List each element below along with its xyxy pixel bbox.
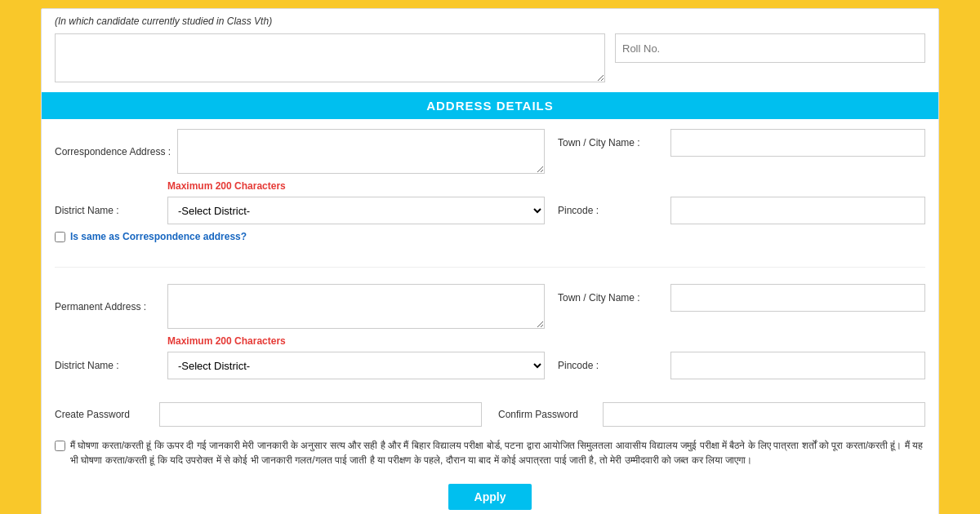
perm-pincode-input[interactable]: [670, 352, 925, 379]
class-label: (In which candidate currently studied in…: [55, 16, 925, 27]
corr-district-select[interactable]: -Select District-: [167, 197, 545, 224]
corr-address-input[interactable]: [177, 129, 545, 174]
perm-pincode-label: Pincode :: [558, 360, 664, 371]
address-details-header: ADDRESS DETAILS: [42, 92, 938, 119]
perm-max-chars: Maximum 200 Characters: [167, 335, 925, 347]
roll-input[interactable]: [615, 33, 925, 63]
confirm-password-input[interactable]: [603, 402, 925, 427]
perm-town-label: Town / City Name :: [558, 292, 664, 304]
corr-pincode-input[interactable]: [670, 197, 925, 224]
same-address-checkbox[interactable]: [55, 232, 65, 242]
perm-district-label: District Name :: [55, 360, 161, 371]
corr-district-label: District Name :: [55, 205, 161, 216]
corr-town-label: Town / City Name :: [558, 137, 664, 148]
perm-address-label: Permanent Address :: [55, 301, 161, 312]
corr-max-chars: Maximum 200 Characters: [167, 180, 925, 192]
create-password-input[interactable]: [159, 402, 482, 427]
apply-button[interactable]: Apply: [448, 484, 532, 510]
declaration-checkbox[interactable]: [55, 441, 65, 451]
corr-pincode-label: Pincode :: [558, 205, 664, 216]
create-password-label: Create Password: [55, 409, 153, 420]
perm-address-input[interactable]: [167, 284, 545, 329]
corr-address-label: Correspondence Address :: [55, 146, 171, 157]
confirm-password-label: Confirm Password: [498, 409, 596, 420]
perm-district-select[interactable]: -Select District-: [167, 352, 545, 379]
same-address-label: Is same as Correspondence address?: [70, 231, 247, 242]
school-textarea[interactable]: [55, 33, 605, 82]
declaration-text: मैं घोषणा करता/करती हूं कि ऊपर दी गई जान…: [70, 438, 925, 467]
corr-town-input[interactable]: [670, 129, 925, 157]
perm-town-input[interactable]: [670, 284, 925, 312]
